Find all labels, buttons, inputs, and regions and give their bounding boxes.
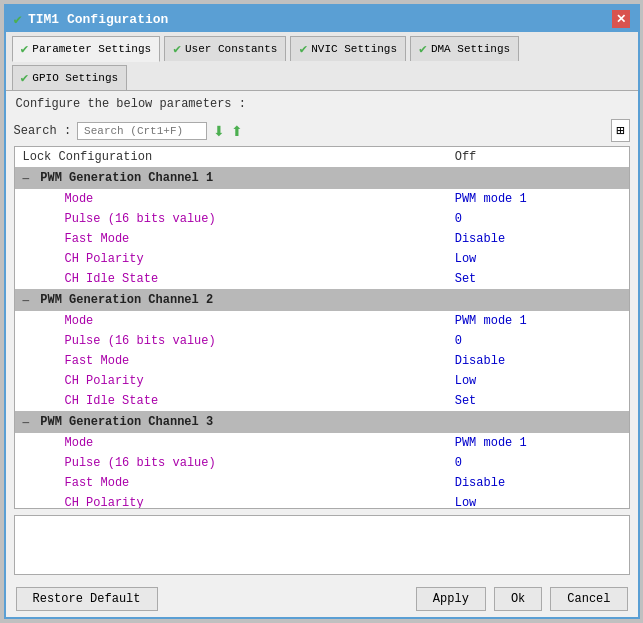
param-value[interactable]: Low xyxy=(447,493,629,509)
tab-label-3: DMA Settings xyxy=(431,43,510,55)
param-label: Pulse (16 bits value) xyxy=(15,209,447,229)
section-header-pwm-ch3[interactable]: — PWM Generation Channel 3 xyxy=(15,411,629,433)
param-value[interactable]: PWM mode 1 xyxy=(447,433,629,453)
table-row: CH Idle State Set xyxy=(15,391,629,411)
configure-label: Configure the below parameters : xyxy=(6,91,638,115)
table-row: CH Polarity Low xyxy=(15,493,629,509)
param-label: Mode xyxy=(15,311,447,331)
param-value[interactable]: Low xyxy=(447,371,629,391)
tab-check-icon-0: ✔ xyxy=(21,41,29,57)
param-label: CH Idle State xyxy=(15,391,447,411)
table-row: Pulse (16 bits value) 0 xyxy=(15,209,629,229)
param-label: CH Idle State xyxy=(15,269,447,289)
table-row: CH Idle State Set xyxy=(15,269,629,289)
table-row: Fast Mode Disable xyxy=(15,229,629,249)
tabs-bar: ✔ Parameter Settings ✔ User Constants ✔ … xyxy=(6,32,638,91)
params-table-container: Lock Configuration Off — PWM Generation … xyxy=(14,146,630,509)
param-value[interactable]: 0 xyxy=(447,209,629,229)
toggle-icon-ch2: — xyxy=(23,294,30,306)
tab-label-4: GPIO Settings xyxy=(32,72,118,84)
description-area xyxy=(14,515,630,575)
param-label: Fast Mode xyxy=(15,351,447,371)
tab-gpio-settings[interactable]: ✔ GPIO Settings xyxy=(12,65,128,90)
table-row: Mode PWM mode 1 xyxy=(15,433,629,453)
tab-dma-settings[interactable]: ✔ DMA Settings xyxy=(410,36,519,61)
param-label: Mode xyxy=(15,189,447,209)
search-bar: Search : ⬇ ⬆ ⊞ xyxy=(6,115,638,146)
main-window: ✔ TIM1 Configuration ✕ ✔ Parameter Setti… xyxy=(4,4,640,619)
section-header-pwm-ch1[interactable]: — PWM Generation Channel 1 xyxy=(15,167,629,189)
restore-default-button[interactable]: Restore Default xyxy=(16,587,158,611)
param-value[interactable]: 0 xyxy=(447,453,629,473)
lock-row: Lock Configuration Off xyxy=(15,147,629,167)
param-value[interactable]: PWM mode 1 xyxy=(447,311,629,331)
param-label: CH Polarity xyxy=(15,249,447,269)
param-value[interactable]: 0 xyxy=(447,331,629,351)
param-label: CH Polarity xyxy=(15,371,447,391)
lock-label: Lock Configuration xyxy=(15,147,447,167)
section-label-ch3: PWM Generation Channel 3 xyxy=(40,415,213,429)
table-row: CH Polarity Low xyxy=(15,371,629,391)
search-prev-button[interactable]: ⬆ xyxy=(231,123,243,139)
tab-check-icon-3: ✔ xyxy=(419,41,427,57)
param-label: Fast Mode xyxy=(15,473,447,493)
lock-value: Off xyxy=(447,147,629,167)
param-label: CH Polarity xyxy=(15,493,447,509)
table-row: Mode PWM mode 1 xyxy=(15,189,629,209)
section-header-pwm-ch2[interactable]: — PWM Generation Channel 2 xyxy=(15,289,629,311)
toggle-icon-ch3: — xyxy=(23,416,30,428)
search-next-button[interactable]: ⬇ xyxy=(213,123,225,139)
table-row: Pulse (16 bits value) 0 xyxy=(15,331,629,351)
tab-label-2: NVIC Settings xyxy=(311,43,397,55)
tab-check-icon-1: ✔ xyxy=(173,41,181,57)
tab-parameter-settings[interactable]: ✔ Parameter Settings xyxy=(12,36,161,62)
grid-view-icon[interactable]: ⊞ xyxy=(611,119,629,142)
param-label: Pulse (16 bits value) xyxy=(15,331,447,351)
param-label: Mode xyxy=(15,433,447,453)
table-row: Fast Mode Disable xyxy=(15,473,629,493)
search-label: Search : xyxy=(14,124,72,138)
tab-check-icon-2: ✔ xyxy=(299,41,307,57)
tab-label-1: User Constants xyxy=(185,43,277,55)
tab-user-constants[interactable]: ✔ User Constants xyxy=(164,36,286,61)
table-row: Mode PWM mode 1 xyxy=(15,311,629,331)
param-value[interactable]: PWM mode 1 xyxy=(447,189,629,209)
cancel-button[interactable]: Cancel xyxy=(550,587,627,611)
tab-label-0: Parameter Settings xyxy=(32,43,151,55)
search-input[interactable] xyxy=(77,122,207,140)
apply-button[interactable]: Apply xyxy=(416,587,486,611)
title-icon: ✔ xyxy=(14,11,22,28)
title-bar: ✔ TIM1 Configuration ✕ xyxy=(6,6,638,32)
ok-button[interactable]: Ok xyxy=(494,587,542,611)
param-value[interactable]: Set xyxy=(447,391,629,411)
param-value[interactable]: Set xyxy=(447,269,629,289)
param-label: Fast Mode xyxy=(15,229,447,249)
tab-check-icon-4: ✔ xyxy=(21,70,29,86)
param-value[interactable]: Low xyxy=(447,249,629,269)
close-button[interactable]: ✕ xyxy=(612,10,630,28)
footer-right-buttons: Apply Ok Cancel xyxy=(416,587,628,611)
param-value[interactable]: Disable xyxy=(447,473,629,493)
table-row: CH Polarity Low xyxy=(15,249,629,269)
window-title: TIM1 Configuration xyxy=(28,12,612,27)
tab-nvic-settings[interactable]: ✔ NVIC Settings xyxy=(290,36,406,61)
toggle-icon-ch1: — xyxy=(23,172,30,184)
table-row: Fast Mode Disable xyxy=(15,351,629,371)
param-label: Pulse (16 bits value) xyxy=(15,453,447,473)
param-value[interactable]: Disable xyxy=(447,229,629,249)
param-value[interactable]: Disable xyxy=(447,351,629,371)
footer-buttons: Restore Default Apply Ok Cancel xyxy=(6,581,638,617)
params-table: Lock Configuration Off — PWM Generation … xyxy=(15,147,629,509)
section-label-ch1: PWM Generation Channel 1 xyxy=(40,171,213,185)
section-label-ch2: PWM Generation Channel 2 xyxy=(40,293,213,307)
table-row: Pulse (16 bits value) 0 xyxy=(15,453,629,473)
